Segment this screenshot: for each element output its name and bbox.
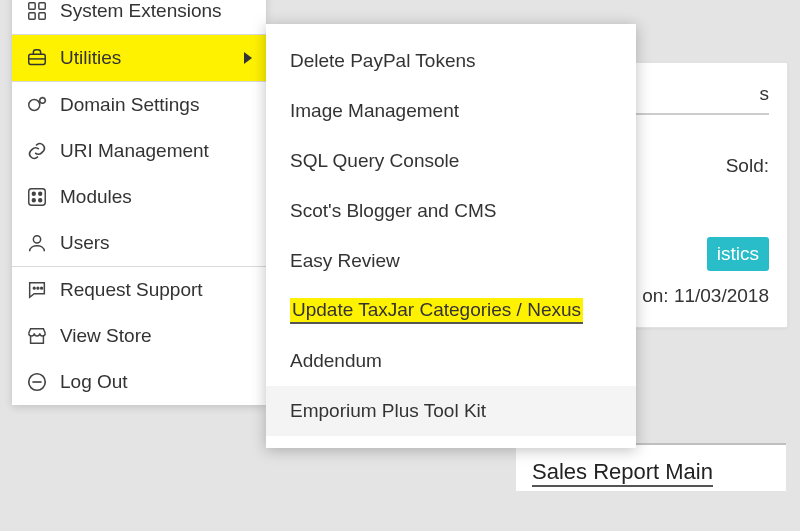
submenu-item-emporium-plus[interactable]: Emporium Plus Tool Kit [266,386,636,436]
sidebar-item-label: System Extensions [60,0,252,22]
submenu-item-delete-paypal-tokens[interactable]: Delete PayPal Tokens [266,36,636,86]
submenu-item-update-taxjar-wrapper[interactable]: Update TaxJar Categories / Nexus [266,286,636,336]
logout-icon [26,371,48,393]
svg-point-13 [33,236,40,243]
submenu-item-update-taxjar: Update TaxJar Categories / Nexus [290,298,583,324]
svg-point-15 [37,287,39,289]
svg-rect-0 [29,3,35,9]
sidebar-item-label: Request Support [60,279,252,301]
svg-rect-3 [39,13,45,19]
submenu-item-image-management[interactable]: Image Management [266,86,636,136]
gear-globe-icon [26,94,48,116]
sidebar-item-modules[interactable]: Modules [12,174,266,220]
statistics-button[interactable]: istics [707,237,769,271]
submenu-item-scots-blogger[interactable]: Scot's Blogger and CMS [266,186,636,236]
sidebar-group-3: Request Support View Store Log Out [12,266,266,405]
sales-report-link-area: Sales Report Main [516,443,786,491]
svg-point-6 [29,100,40,111]
submenu-item-addendum[interactable]: Addendum [266,336,636,386]
extensions-icon [26,0,48,22]
sidebar-item-log-out[interactable]: Log Out [12,359,266,405]
sidebar-item-request-support[interactable]: Request Support [12,267,266,313]
svg-point-10 [39,192,42,195]
submenu-item-sql-query-console[interactable]: SQL Query Console [266,136,636,186]
svg-point-7 [40,98,46,104]
svg-point-16 [41,287,43,289]
sidebar-group-2: Domain Settings URI Management [12,81,266,266]
sales-report-link[interactable]: Sales Report Main [532,459,713,487]
sidebar-group-1: Utilities [12,34,266,81]
sidebar-item-label: Log Out [60,371,252,393]
toolbox-icon [26,47,48,69]
sidebar-item-label: Users [60,232,252,254]
svg-rect-1 [39,3,45,9]
sidebar-item-label: View Store [60,325,252,347]
sidebar-item-utilities[interactable]: Utilities [12,35,266,81]
svg-point-11 [32,199,35,202]
chevron-right-icon [244,52,252,64]
utilities-submenu: Delete PayPal Tokens Image Management SQ… [266,24,636,448]
sidebar-item-view-store[interactable]: View Store [12,313,266,359]
link-icon [26,140,48,162]
chat-icon [26,279,48,301]
sidebar-item-uri-management[interactable]: URI Management [12,128,266,174]
svg-point-12 [39,199,42,202]
svg-rect-2 [29,13,35,19]
submenu-item-easy-review[interactable]: Easy Review [266,236,636,286]
sidebar-item-label: Utilities [60,47,232,69]
sidebar-item-label: Domain Settings [60,94,252,116]
store-icon [26,325,48,347]
svg-point-14 [33,287,35,289]
svg-rect-8 [29,189,46,206]
svg-point-9 [32,192,35,195]
sidebar-group-0: System Extensions [12,0,266,34]
sidebar-nav: System Extensions Utilities [12,0,266,405]
sidebar-item-label: URI Management [60,140,252,162]
user-icon [26,232,48,254]
sidebar-item-system-extensions[interactable]: System Extensions [12,0,266,34]
modules-icon [26,186,48,208]
sidebar-item-label: Modules [60,186,252,208]
sidebar-item-users[interactable]: Users [12,220,266,266]
sidebar-item-domain-settings[interactable]: Domain Settings [12,82,266,128]
